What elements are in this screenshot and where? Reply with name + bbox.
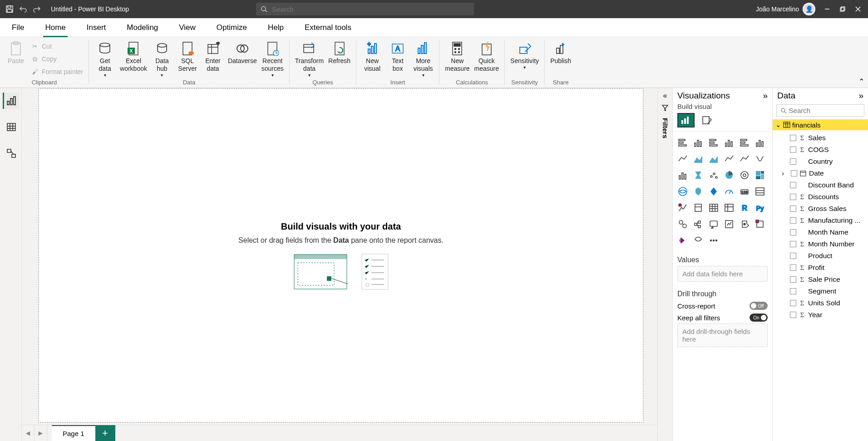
- tab-file[interactable]: File: [10, 20, 26, 37]
- viz-metrics-icon[interactable]: [754, 218, 766, 230]
- values-dropwell[interactable]: Add data fields here: [677, 266, 768, 282]
- field-profit[interactable]: ΣProfit: [773, 262, 868, 274]
- viz-map-icon[interactable]: [676, 185, 689, 198]
- viz-kpi-icon[interactable]: [676, 201, 689, 214]
- viz-ribbon-icon[interactable]: [754, 152, 766, 165]
- recent-sources-button[interactable]: Recent sources▾: [260, 40, 286, 79]
- global-search[interactable]: [256, 3, 474, 15]
- viz-qa-icon[interactable]: [707, 218, 720, 230]
- field-year[interactable]: ΣYear: [773, 309, 868, 321]
- table-header-financials[interactable]: ⌄ financials: [773, 119, 868, 130]
- viz-clustered-bar-icon[interactable]: [692, 136, 705, 149]
- field-discount-band[interactable]: Discount Band: [773, 179, 868, 191]
- viz-100-bar-icon[interactable]: [738, 136, 751, 149]
- collapse-data-icon[interactable]: »: [858, 91, 863, 101]
- viz-py-visual-icon[interactable]: Py: [754, 201, 766, 214]
- tab-external-tools[interactable]: External tools: [303, 20, 353, 37]
- viz-filled-map-icon[interactable]: [692, 185, 705, 198]
- data-search[interactable]: [776, 104, 864, 117]
- drillthrough-dropwell[interactable]: Add drill-through fields here: [677, 323, 768, 347]
- viz-r-visual-icon[interactable]: R: [738, 201, 751, 214]
- enter-data-button[interactable]: +Enter data: [201, 40, 225, 74]
- viz-clustered-column-icon[interactable]: [723, 136, 735, 149]
- field-checkbox[interactable]: [790, 182, 796, 188]
- viz-multi-card-icon[interactable]: [754, 185, 766, 198]
- viz-table-icon[interactable]: [707, 201, 720, 214]
- build-visual-mode-button[interactable]: [677, 113, 695, 127]
- field-product[interactable]: Product: [773, 250, 868, 262]
- field-checkbox[interactable]: [790, 241, 796, 247]
- tab-optimize[interactable]: Optimize: [215, 20, 249, 37]
- field-gross-sales[interactable]: ΣGross Sales: [773, 203, 868, 215]
- field-checkbox[interactable]: [790, 194, 796, 200]
- tab-view[interactable]: View: [177, 20, 197, 37]
- expand-filters-icon[interactable]: «: [663, 92, 667, 100]
- transform-data-button[interactable]: Transform data▾: [293, 40, 326, 79]
- viz-line-column-icon[interactable]: [723, 152, 735, 165]
- viz-paginated-icon[interactable]: [738, 218, 751, 230]
- tab-home[interactable]: Home: [43, 20, 67, 37]
- viz-decomposition-icon[interactable]: [692, 218, 705, 230]
- cross-report-toggle[interactable]: Off: [750, 302, 768, 310]
- more-visuals-button[interactable]: More visuals▾: [411, 40, 435, 79]
- field-cogs[interactable]: ΣCOGS: [773, 144, 868, 156]
- field-checkbox[interactable]: [790, 135, 796, 141]
- new-measure-button[interactable]: New measure: [443, 40, 471, 74]
- tab-modeling[interactable]: Modeling: [125, 20, 160, 37]
- maximize-button[interactable]: [839, 5, 846, 13]
- excel-workbook-button[interactable]: XExcel workbook: [118, 40, 149, 74]
- field-country[interactable]: Country: [773, 156, 868, 167]
- field-checkbox[interactable]: [790, 253, 796, 259]
- field-discounts[interactable]: ΣDiscounts: [773, 191, 868, 203]
- tab-help[interactable]: Help: [266, 20, 286, 37]
- viz-azure-map-icon[interactable]: [707, 185, 720, 198]
- viz-power-automate-icon[interactable]: [692, 234, 705, 247]
- redo-icon[interactable]: [33, 5, 41, 13]
- viz-area-icon[interactable]: [692, 152, 705, 165]
- viz-funnel-icon[interactable]: [692, 169, 705, 181]
- field-checkbox[interactable]: [790, 229, 796, 235]
- field-checkbox[interactable]: [790, 312, 796, 318]
- collapse-viz-icon[interactable]: »: [763, 91, 768, 101]
- viz-gauge-icon[interactable]: [723, 185, 735, 198]
- viz-line-column2-icon[interactable]: [738, 152, 751, 165]
- viz-line-icon[interactable]: [676, 152, 689, 165]
- refresh-button[interactable]: Refresh: [326, 40, 352, 66]
- viz-donut-icon[interactable]: [738, 169, 751, 181]
- user-account[interactable]: João Marcelino 👤: [756, 3, 815, 15]
- field-sale-price[interactable]: ΣSale Price: [773, 274, 868, 285]
- viz-waterfall-icon[interactable]: [676, 169, 689, 181]
- viz-treemap-icon[interactable]: [754, 169, 766, 181]
- field-checkbox[interactable]: [790, 206, 796, 212]
- format-painter-button[interactable]: 🖌Format painter: [31, 66, 83, 77]
- cut-button[interactable]: ✂Cut: [31, 41, 83, 52]
- copy-button[interactable]: ⧉Copy: [31, 54, 83, 64]
- new-visual-button[interactable]: +New visual: [360, 40, 385, 74]
- field-checkbox[interactable]: [790, 158, 796, 165]
- tab-insert[interactable]: Insert: [85, 20, 108, 37]
- viz-key-influencers-icon[interactable]: [676, 218, 689, 230]
- field-checkbox[interactable]: [790, 217, 796, 224]
- viz-power-apps-icon[interactable]: [676, 234, 689, 247]
- get-data-button[interactable]: Get data▾: [93, 40, 117, 79]
- paste-button[interactable]: Paste: [4, 40, 28, 66]
- publish-button[interactable]: Publish: [548, 40, 573, 66]
- field-month-name[interactable]: Month Name: [773, 226, 868, 238]
- save-icon[interactable]: [5, 5, 14, 13]
- viz-card-icon[interactable]: 123: [738, 185, 751, 198]
- viz-slicer-icon[interactable]: [692, 201, 705, 214]
- close-button[interactable]: [854, 5, 862, 13]
- field-checkbox[interactable]: [790, 265, 796, 271]
- viz-stacked-area-icon[interactable]: [707, 152, 720, 165]
- viz-scatter-icon[interactable]: [707, 169, 720, 181]
- field-month-number[interactable]: ΣMonth Number: [773, 238, 868, 250]
- data-search-input[interactable]: [789, 107, 860, 114]
- field-manufacturing-[interactable]: ΣManufacturing ...: [773, 215, 868, 226]
- page-tab[interactable]: Page 1: [52, 425, 95, 441]
- model-view-button[interactable]: [3, 145, 19, 162]
- global-search-input[interactable]: [272, 5, 469, 13]
- page-next-button[interactable]: ►: [35, 425, 47, 441]
- minimize-button[interactable]: [824, 5, 831, 13]
- text-box-button[interactable]: AText box: [385, 40, 410, 74]
- viz-100-column-icon[interactable]: [754, 136, 766, 149]
